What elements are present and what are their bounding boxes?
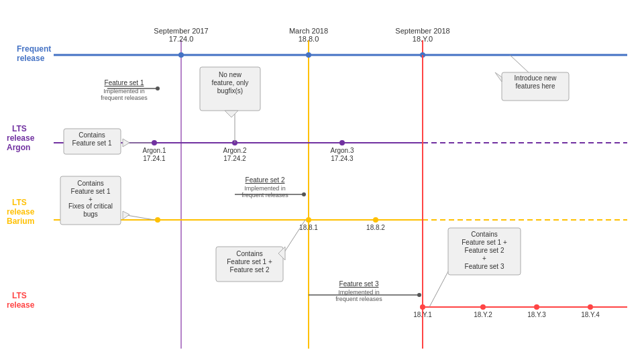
lts-y1-label: 18.Y.1 xyxy=(413,311,432,318)
lts-argon-label: LTS xyxy=(12,124,27,133)
lts-release-label2: release xyxy=(7,300,35,310)
feature-set3-desc2: frequent releases xyxy=(335,296,382,302)
feature-set1-desc1: Implemented in xyxy=(103,88,145,95)
svg-point-11 xyxy=(339,140,345,145)
svg-marker-36 xyxy=(123,211,129,219)
svg-point-20 xyxy=(534,304,539,310)
svg-point-5 xyxy=(306,52,311,58)
svg-point-16 xyxy=(373,217,378,223)
no-new-feature-text1: No new xyxy=(219,71,242,78)
svg-point-24 xyxy=(156,86,160,90)
sep2017-label: September 2017 xyxy=(154,27,208,35)
lts-feat123-text4: + xyxy=(482,255,486,262)
argon3-version: 17.24.3 xyxy=(331,155,354,162)
feature-set2-desc1: Implemented in xyxy=(244,185,286,192)
svg-point-26 xyxy=(302,192,306,196)
argon1-label: Argon.1 xyxy=(142,147,166,154)
feature-set3-desc1: Implemented in xyxy=(338,289,380,296)
lts-argon-label3: Argon xyxy=(7,143,30,152)
svg-marker-34 xyxy=(123,139,129,147)
barium-feat12-text1: Contains xyxy=(236,250,262,257)
feature-set2-desc2: frequent releases xyxy=(241,192,288,198)
svg-point-9 xyxy=(152,140,157,145)
lts-feat123-text2: Feature set 1 + xyxy=(462,239,507,246)
lts-feat123-text5: Feature set 3 xyxy=(465,263,504,270)
argon1-version: 17.24.1 xyxy=(143,155,166,162)
svg-point-19 xyxy=(480,304,486,310)
feature-set2-title: Feature set 2 xyxy=(246,176,285,184)
sep2018-version: 18.Y.0 xyxy=(413,35,433,43)
argon2-version: 17.24.2 xyxy=(223,155,246,162)
barium-feat-text5: bugs xyxy=(83,210,98,218)
lts-feat123-text3: Feature set 2 xyxy=(465,247,504,254)
barium-feat-text4: Fixes of critical xyxy=(68,202,113,210)
lts-barium-label: LTS xyxy=(12,198,27,207)
frequent-release-label2: release xyxy=(17,54,45,63)
svg-point-28 xyxy=(417,293,421,297)
svg-marker-30 xyxy=(225,111,238,117)
frequent-release-label: Frequent xyxy=(17,44,51,54)
no-new-feature-text3: bugfix(s) xyxy=(217,87,243,95)
feature-set1-title: Feature set 1 xyxy=(105,79,144,86)
sep2017-version: 17.24.0 xyxy=(169,35,194,43)
svg-point-14 xyxy=(155,217,160,223)
introduce-feat-text1: Introduce new xyxy=(515,74,557,82)
introduce-feat-text2: features here xyxy=(516,82,555,90)
svg-point-15 xyxy=(306,217,311,223)
argon-feat1-text1: Contains xyxy=(78,131,105,139)
svg-marker-32 xyxy=(495,72,502,82)
barium-feat-text2: Feature set 1 xyxy=(71,188,111,195)
sep2018-label: September 2018 xyxy=(395,27,449,35)
lts-barium-label2: release xyxy=(7,207,35,217)
mar2018-label: March 2018 xyxy=(289,27,328,35)
no-new-feature-text2: feature, only xyxy=(211,79,248,86)
mar2018-version: 18.8.0 xyxy=(299,35,319,43)
feature-set1-desc2: frequent releases xyxy=(101,95,148,101)
svg-point-21 xyxy=(588,304,593,310)
feature-set3-title: Feature set 3 xyxy=(339,280,379,288)
svg-point-4 xyxy=(178,52,184,58)
argon3-label: Argon.3 xyxy=(330,147,354,154)
lts-y2-label: 18.Y.2 xyxy=(474,311,492,318)
lts-y3-label: 18.Y.3 xyxy=(527,311,546,318)
barium-feat-text1: Contains xyxy=(77,180,103,187)
argon-feat1-text2: Feature set 1 xyxy=(72,139,112,147)
lts-argon-label2: release xyxy=(7,133,35,143)
barium-feat12-text2: Feature set 1 + xyxy=(227,258,272,265)
lts-feat123-text1: Contains xyxy=(471,231,497,238)
lts-release-label: LTS xyxy=(12,291,27,300)
argon2-label: Argon.2 xyxy=(223,147,246,154)
lts-y4-label: 18.Y.4 xyxy=(581,311,600,318)
lts-barium-label3: Barium xyxy=(7,217,34,226)
svg-line-31 xyxy=(510,55,530,74)
barium-feat12-text3: Feature set 2 xyxy=(230,266,270,274)
barium2-label: 18.8.2 xyxy=(366,224,385,231)
